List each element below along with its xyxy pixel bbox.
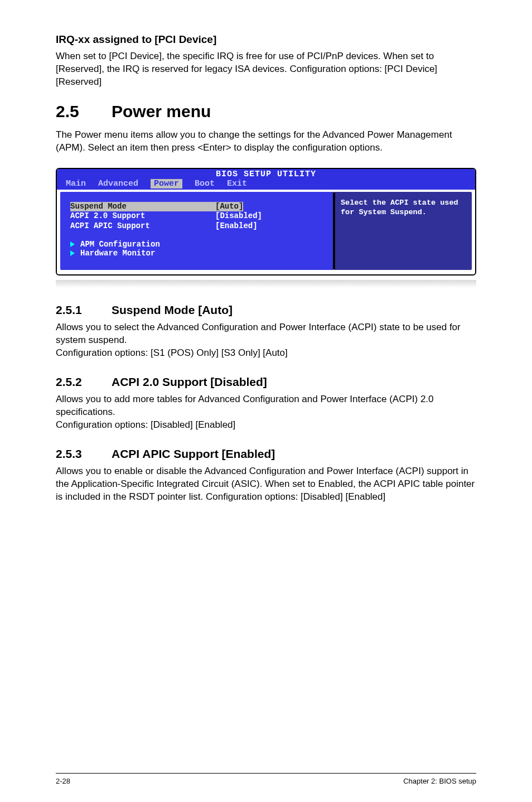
bios-label: ACPI APIC Support [70,221,215,231]
triangle-icon [70,241,75,247]
body-251: Allows you to select the Advanced Config… [56,321,476,360]
bios-value: [Disabled] [215,211,262,221]
bios-value: [Enabled] [215,221,258,231]
heading-251: 2.5.1Suspend Mode [Auto] [56,303,476,317]
bios-tab-exit[interactable]: Exit [227,179,259,189]
bios-row-suspend-mode[interactable]: Suspend Mode [Auto] [70,202,323,212]
bios-title: BIOS SETUP UTILITY [57,169,475,179]
bios-settings-panel: Suspend Mode [Auto] ACPI 2.0 Support [Di… [60,192,334,270]
heading-number: 2.5.2 [56,375,112,389]
bios-submenu-apm[interactable]: APM Configuration [70,240,323,249]
bios-tab-advanced[interactable]: Advanced [98,179,151,189]
bios-help-panel: Select the ACPI state used for System Su… [334,192,472,270]
heading-title: Suspend Mode [Auto] [112,303,233,316]
heading-title: ACPI APIC Support [Enabled] [112,447,275,460]
triangle-icon [70,250,75,256]
power-menu-heading: 2.5Power menu [56,102,476,121]
body-253: Allows you to enable or disable the Adva… [56,465,476,504]
page-footer: 2-28 Chapter 2: BIOS setup [56,773,476,785]
footer-page-number: 2-28 [56,777,70,785]
bios-tab-boot[interactable]: Boot [195,179,227,189]
bios-shadow [56,280,476,288]
bios-tab-bar: Main Advanced Power Boot Exit [57,179,475,190]
body-252: Allows you to add more tables for Advanc… [56,393,476,432]
power-menu-intro: The Power menu items allow you to change… [56,129,476,154]
bios-row-acpi-20[interactable]: ACPI 2.0 Support [Disabled] [70,211,323,221]
power-menu-number: 2.5 [56,102,112,121]
heading-number: 2.5.1 [56,303,112,317]
bios-label: ACPI 2.0 Support [70,211,215,221]
heading-253: 2.5.3ACPI APIC Support [Enabled] [56,447,476,461]
heading-number: 2.5.3 [56,447,112,461]
footer-chapter: Chapter 2: BIOS setup [403,777,476,785]
bios-submenu-label: Hardware Monitor [80,249,155,258]
heading-252: 2.5.2ACPI 2.0 Support [Disabled] [56,375,476,389]
irq-heading: IRQ-xx assigned to [PCI Device] [56,33,476,46]
irq-body: When set to [PCI Device], the specific I… [56,50,476,89]
power-menu-title: Power menu [112,102,211,120]
bios-tab-main[interactable]: Main [66,179,98,189]
bios-submenu-hwmon[interactable]: Hardware Monitor [70,249,323,258]
bios-submenu-label: APM Configuration [80,240,160,249]
bios-row-acpi-apic[interactable]: ACPI APIC Support [Enabled] [70,221,323,231]
bios-label: Suspend Mode [70,202,215,212]
heading-title: ACPI 2.0 Support [Disabled] [112,375,267,388]
bios-value: [Auto] [215,202,243,212]
bios-tab-power[interactable]: Power [151,179,182,189]
bios-window: BIOS SETUP UTILITY Main Advanced Power B… [56,168,476,276]
